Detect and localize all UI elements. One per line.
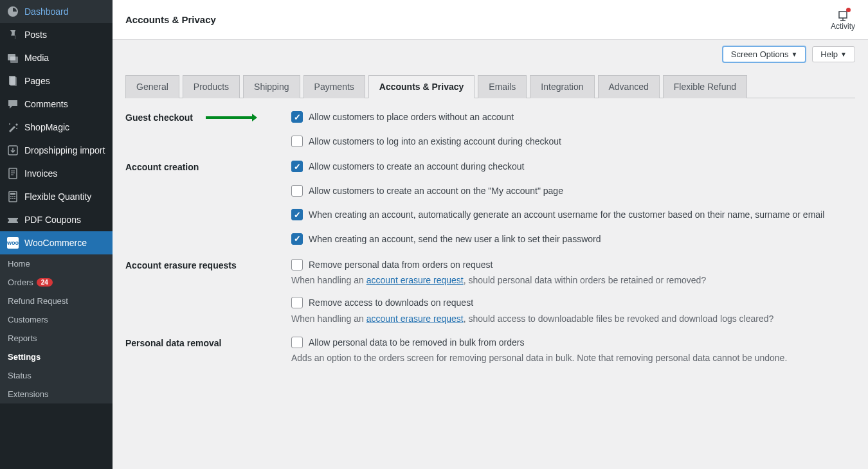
main-content: Accounts & Privacy Activity Screen Optio… bbox=[113, 0, 868, 469]
sidebar-sub-settings[interactable]: Settings bbox=[0, 348, 113, 366]
erasure-request-link[interactable]: account erasure request bbox=[366, 275, 464, 285]
sidebar-item-dashboard[interactable]: Dashboard bbox=[0, 0, 113, 23]
sidebar-item-posts[interactable]: Posts bbox=[0, 23, 113, 46]
calculator-icon bbox=[6, 190, 19, 203]
sidebar-sub-extensions[interactable]: Extensions bbox=[0, 385, 113, 403]
svg-rect-7 bbox=[9, 168, 17, 179]
sidebar-item-comments[interactable]: Comments bbox=[0, 93, 113, 116]
sidebar-label: WooCommerce bbox=[24, 238, 87, 248]
sidebar-label: Flexible Quantity bbox=[24, 191, 91, 202]
option-desc: When handling an account erasure request… bbox=[291, 275, 855, 285]
checkbox-guest-orders[interactable] bbox=[291, 111, 303, 123]
sidebar-item-flexible-quantity[interactable]: Flexible Quantity bbox=[0, 185, 113, 208]
screen-options-button[interactable]: Screen Options▼ bbox=[723, 46, 806, 62]
import-icon bbox=[6, 144, 19, 157]
option-create-myaccount: Allow customers to create an account on … bbox=[291, 185, 855, 198]
section-label: Account creation bbox=[125, 161, 291, 172]
section-personal-data-removal: Personal data removal Allow personal dat… bbox=[125, 337, 855, 364]
svg-rect-12 bbox=[10, 193, 15, 195]
sidebar-item-pages[interactable]: Pages bbox=[0, 69, 113, 93]
svg-rect-19 bbox=[839, 12, 847, 18]
tab-accounts-privacy[interactable]: Accounts & Privacy bbox=[368, 75, 475, 98]
option-bulk-remove: Allow personal data to be removed in bul… bbox=[291, 337, 855, 350]
coupon-icon bbox=[6, 213, 19, 226]
section-account-erasure: Account erasure requests Remove personal… bbox=[125, 259, 855, 324]
checkbox-create-myaccount[interactable] bbox=[291, 185, 303, 197]
erasure-request-link[interactable]: account erasure request bbox=[366, 314, 464, 324]
sidebar-sub-reports[interactable]: Reports bbox=[0, 329, 113, 348]
sidebar-label: Dropshipping import bbox=[24, 145, 105, 155]
admin-sidebar: Dashboard Posts Media Pages Comments Sho… bbox=[0, 0, 113, 469]
tab-payments[interactable]: Payments bbox=[303, 75, 365, 98]
settings-tabs: General Products Shipping Payments Accou… bbox=[113, 62, 868, 98]
top-bar: Accounts & Privacy Activity bbox=[113, 0, 868, 40]
svg-point-5 bbox=[16, 128, 17, 129]
orders-badge: 24 bbox=[37, 278, 53, 287]
checkbox-create-checkout[interactable] bbox=[291, 161, 303, 172]
tab-products[interactable]: Products bbox=[183, 75, 240, 98]
sidebar-sub-status[interactable]: Status bbox=[0, 366, 113, 385]
sidebar-label: Invoices bbox=[24, 168, 57, 179]
tab-integration[interactable]: Integration bbox=[530, 75, 594, 98]
svg-point-14 bbox=[12, 196, 14, 197]
option-desc: Adds an option to the orders screen for … bbox=[291, 353, 855, 363]
tab-flexible-refund[interactable]: Flexible Refund bbox=[663, 75, 747, 98]
woocommerce-icon: woo bbox=[6, 236, 19, 249]
sidebar-sub-refund-request[interactable]: Refund Request bbox=[0, 292, 113, 310]
media-icon bbox=[6, 51, 19, 64]
sidebar-sub-orders[interactable]: Orders24 bbox=[0, 273, 113, 292]
settings-form: Guest checkout Allow customers to place … bbox=[113, 98, 868, 389]
section-guest-checkout: Guest checkout Allow customers to place … bbox=[125, 111, 855, 148]
svg-point-18 bbox=[14, 198, 15, 199]
sidebar-item-media[interactable]: Media bbox=[0, 46, 113, 69]
checkbox-remove-downloads[interactable] bbox=[291, 297, 303, 308]
svg-point-13 bbox=[10, 196, 12, 197]
tab-advanced[interactable]: Advanced bbox=[598, 75, 660, 98]
magic-icon bbox=[6, 121, 19, 134]
tab-shipping[interactable]: Shipping bbox=[243, 75, 300, 98]
pin-icon bbox=[6, 28, 19, 41]
activity-icon bbox=[836, 9, 849, 22]
sidebar-label: Posts bbox=[24, 30, 47, 40]
tab-general[interactable]: General bbox=[125, 75, 179, 98]
help-button[interactable]: Help▼ bbox=[812, 46, 855, 62]
sidebar-label: Dashboard bbox=[24, 6, 69, 17]
options-row: Screen Options▼ Help▼ bbox=[113, 40, 868, 62]
svg-point-4 bbox=[9, 123, 10, 125]
caret-down-icon: ▼ bbox=[840, 51, 847, 58]
section-label: Personal data removal bbox=[125, 337, 291, 348]
pages-icon bbox=[6, 75, 19, 87]
sidebar-sub-home[interactable]: Home bbox=[0, 254, 113, 273]
svg-marker-23 bbox=[252, 114, 257, 121]
sidebar-label: PDF Coupons bbox=[24, 215, 81, 225]
option-guest-orders: Allow customers to place orders without … bbox=[291, 111, 855, 124]
option-desc: When handling an account erasure request… bbox=[291, 314, 855, 324]
option-remove-order-data: Remove personal data from orders on requ… bbox=[291, 259, 855, 272]
sidebar-item-dropshipping[interactable]: Dropshipping import bbox=[0, 139, 113, 162]
svg-point-15 bbox=[14, 196, 15, 197]
page-title: Accounts & Privacy bbox=[125, 14, 216, 25]
sidebar-label: Pages bbox=[24, 76, 50, 86]
svg-point-17 bbox=[12, 198, 14, 199]
arrow-icon bbox=[206, 114, 257, 121]
sidebar-item-woocommerce[interactable]: woo WooCommerce bbox=[0, 231, 113, 254]
section-label: Guest checkout bbox=[125, 111, 291, 123]
option-create-checkout: Allow customers to create an account dur… bbox=[291, 161, 855, 173]
section-account-creation: Account creation Allow customers to crea… bbox=[125, 161, 855, 245]
tab-emails[interactable]: Emails bbox=[478, 75, 527, 98]
checkbox-bulk-remove[interactable] bbox=[291, 337, 303, 348]
activity-button[interactable]: Activity bbox=[831, 9, 855, 31]
checkbox-auto-username[interactable] bbox=[291, 209, 303, 220]
svg-rect-1 bbox=[10, 57, 18, 63]
option-password-link: When creating an account, send the new u… bbox=[291, 233, 855, 246]
dashboard-icon bbox=[6, 5, 19, 18]
sidebar-item-shopmagic[interactable]: ShopMagic bbox=[0, 116, 113, 139]
sidebar-item-invoices[interactable]: Invoices bbox=[0, 162, 113, 185]
sidebar-sub-customers[interactable]: Customers bbox=[0, 310, 113, 329]
checkbox-remove-order-data[interactable] bbox=[291, 259, 303, 270]
checkbox-password-link[interactable] bbox=[291, 233, 303, 245]
checkbox-login-checkout[interactable] bbox=[291, 136, 303, 147]
sidebar-item-pdf-coupons[interactable]: PDF Coupons bbox=[0, 208, 113, 231]
sidebar-label: Media bbox=[24, 53, 49, 63]
sidebar-label: ShopMagic bbox=[24, 122, 69, 132]
